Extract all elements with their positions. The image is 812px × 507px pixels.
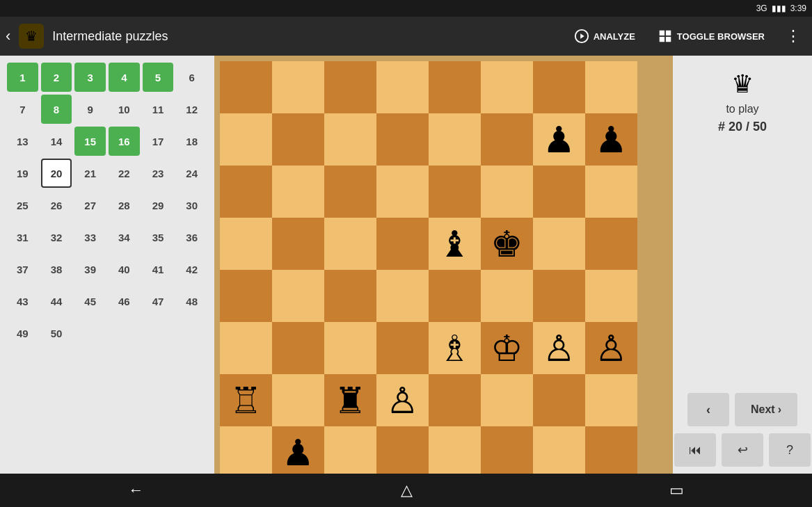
analyze-button[interactable]: ANALYZE [567, 24, 642, 48]
puzzle-cell-36[interactable]: 36 [176, 223, 207, 252]
board-cell[interactable] [272, 61, 324, 113]
puzzle-cell-23[interactable]: 23 [143, 159, 174, 188]
puzzle-cell-38[interactable]: 38 [41, 255, 72, 284]
undo-button[interactable]: ↩ [722, 433, 763, 467]
board-cell[interactable] [272, 270, 324, 322]
board-cell[interactable] [376, 113, 429, 166]
board-cell[interactable] [429, 113, 481, 166]
board-cell[interactable] [429, 374, 481, 426]
puzzle-cell-12[interactable]: 12 [176, 95, 207, 124]
puzzle-cell-14[interactable]: 14 [41, 127, 72, 156]
puzzle-cell-42[interactable]: 42 [176, 255, 207, 284]
puzzle-cell-40[interactable]: 40 [109, 255, 140, 284]
board-cell[interactable] [533, 61, 585, 113]
puzzle-cell-18[interactable]: 18 [176, 127, 207, 156]
board-cell[interactable] [376, 166, 429, 218]
board-cell[interactable] [220, 61, 272, 113]
board-cell[interactable] [585, 270, 637, 322]
puzzle-cell-25[interactable]: 25 [7, 191, 38, 220]
board-cell[interactable] [533, 270, 585, 322]
board-cell[interactable] [272, 218, 324, 270]
puzzle-cell-46[interactable]: 46 [109, 287, 140, 316]
board-cell[interactable]: ♗ [429, 322, 481, 374]
puzzle-cell-33[interactable]: 33 [74, 223, 106, 252]
board-cell[interactable] [481, 426, 533, 474]
board-cell[interactable]: ♜ [324, 374, 376, 426]
board-cell[interactable] [376, 426, 429, 474]
puzzle-cell-2[interactable]: 2 [41, 63, 72, 92]
next-button[interactable]: Next › [735, 393, 797, 426]
puzzle-cell-19[interactable]: 19 [7, 159, 38, 188]
back-button[interactable]: ← [115, 476, 158, 505]
puzzle-cell-7[interactable]: 7 [7, 95, 38, 124]
puzzle-cell-43[interactable]: 43 [7, 287, 38, 316]
puzzle-cell-28[interactable]: 28 [109, 191, 140, 220]
hint-button[interactable]: ? [769, 433, 811, 467]
board-cell[interactable] [585, 218, 637, 270]
puzzle-cell-15[interactable]: 15 [74, 127, 106, 156]
board-cell[interactable] [220, 218, 272, 270]
board-cell[interactable] [585, 166, 637, 218]
puzzle-cell-13[interactable]: 13 [7, 127, 38, 156]
toggle-browser-button[interactable]: TOGGLE BROWSER [651, 24, 772, 48]
puzzle-cell-45[interactable]: 45 [74, 287, 106, 316]
board-cell[interactable] [481, 113, 533, 166]
board-cell[interactable] [429, 426, 481, 474]
puzzle-cell-37[interactable]: 37 [7, 255, 38, 284]
puzzle-cell-9[interactable]: 9 [74, 95, 106, 124]
puzzle-cell-1[interactable]: 1 [7, 63, 38, 92]
board-cell[interactable] [376, 270, 429, 322]
board-cell[interactable]: ♙ [585, 322, 637, 374]
puzzle-cell-39[interactable]: 39 [74, 255, 106, 284]
puzzle-cell-11[interactable]: 11 [143, 95, 174, 124]
puzzle-cell-29[interactable]: 29 [143, 191, 174, 220]
board-cell[interactable]: ♚ [481, 218, 533, 270]
board-cell[interactable]: ♖ [220, 374, 272, 426]
board-cell[interactable] [585, 374, 637, 426]
puzzle-cell-5[interactable]: 5 [143, 63, 174, 92]
board-cell[interactable] [533, 218, 585, 270]
puzzle-cell-50[interactable]: 50 [41, 319, 72, 348]
board-cell[interactable]: ♔ [481, 322, 533, 374]
puzzle-cell-17[interactable]: 17 [143, 127, 174, 156]
puzzle-cell-8[interactable]: 8 [41, 95, 72, 124]
puzzle-cell-47[interactable]: 47 [143, 287, 174, 316]
home-button[interactable]: △ [387, 476, 427, 505]
prev-button[interactable]: ‹ [687, 393, 729, 426]
board-cell[interactable]: ♟ [272, 426, 324, 474]
board-cell[interactable] [324, 113, 376, 166]
board-cell[interactable] [220, 426, 272, 474]
puzzle-cell-26[interactable]: 26 [41, 191, 72, 220]
more-menu-button[interactable]: ⋮ [780, 24, 806, 48]
board-cell[interactable] [481, 61, 533, 113]
board-cell[interactable] [429, 61, 481, 113]
board-cell[interactable] [324, 270, 376, 322]
board-cell[interactable] [533, 166, 585, 218]
board-cell[interactable] [272, 166, 324, 218]
board-cell[interactable] [585, 61, 637, 113]
board-cell[interactable] [220, 270, 272, 322]
board-cell[interactable] [324, 322, 376, 374]
board-cell[interactable] [429, 166, 481, 218]
board-cell[interactable] [481, 270, 533, 322]
puzzle-cell-48[interactable]: 48 [176, 287, 207, 316]
puzzle-cell-20[interactable]: 20 [41, 159, 72, 188]
puzzle-cell-49[interactable]: 49 [7, 319, 38, 348]
board-cell[interactable]: ♙ [376, 374, 429, 426]
puzzle-cell-32[interactable]: 32 [41, 223, 72, 252]
puzzle-cell-27[interactable]: 27 [74, 191, 106, 220]
puzzle-cell-34[interactable]: 34 [109, 223, 140, 252]
puzzle-cell-35[interactable]: 35 [143, 223, 174, 252]
puzzle-cell-4[interactable]: 4 [109, 63, 140, 92]
board-cell[interactable] [272, 113, 324, 166]
chess-board[interactable]: ♟ ♟ ♝ ♚ [220, 61, 637, 474]
board-cell[interactable] [324, 426, 376, 474]
board-cell[interactable] [272, 322, 324, 374]
puzzle-cell-6[interactable]: 6 [176, 63, 207, 92]
puzzle-cell-22[interactable]: 22 [109, 159, 140, 188]
board-cell[interactable] [481, 166, 533, 218]
board-cell[interactable] [272, 374, 324, 426]
board-cell[interactable] [533, 426, 585, 474]
puzzle-cell-30[interactable]: 30 [176, 191, 207, 220]
recent-apps-button[interactable]: ▭ [655, 476, 698, 505]
